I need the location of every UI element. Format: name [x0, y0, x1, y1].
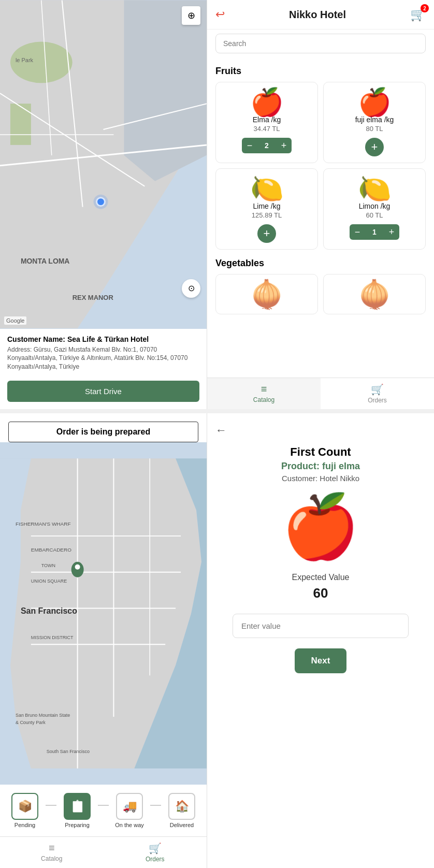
- limon-qty-value: 1: [365, 224, 384, 240]
- step-connector-2: [98, 805, 109, 806]
- product-onion1: 🧅: [215, 274, 318, 314]
- catalog-header: ↩ Nikko Hotel 🛒 2: [207, 0, 434, 30]
- elma-qty-control: − 2 +: [242, 138, 292, 153]
- limon-minus-btn[interactable]: −: [350, 224, 365, 240]
- elma-name: Elma /kg: [253, 115, 281, 124]
- order-status-steps: 📦 Pending 📋 Preparing 🚚 On the way: [0, 785, 207, 836]
- vegetables-grid: 🧅 🧅: [215, 274, 426, 314]
- lime-add-btn[interactable]: +: [257, 224, 276, 243]
- google-logo: Google: [4, 316, 26, 325]
- order-tracking-panel: Order is being prepared: [0, 413, 207, 868]
- expected-value-number: 60: [313, 585, 328, 601]
- svg-marker-3: [124, 1, 207, 181]
- limon-image: 🍋: [358, 175, 392, 202]
- step-ontheway: 🚚 On the way: [109, 793, 150, 828]
- product-fuji-elma: 🍎 fuji elma /kg 80 TL +: [323, 82, 426, 163]
- step-preparing-icon: 📋: [64, 793, 91, 820]
- step-pending-label: Pending: [15, 822, 35, 828]
- nav-catalog[interactable]: ≡ Catalog: [207, 378, 321, 409]
- customer-address: Address: Gürsu, Gazi Mustafa Kemal Blv. …: [7, 345, 199, 371]
- limon-qty-control: − 1 +: [350, 224, 399, 240]
- first-count-back-icon[interactable]: ←: [215, 424, 227, 437]
- map-view: MONTA LOMA REX MANOR le Park ⊕ ⊙ Google: [0, 0, 207, 329]
- catalog-tab-icon: ≡: [49, 842, 55, 854]
- cart-badge: 2: [421, 4, 429, 12]
- svg-text:San Bruno Mountain State: San Bruno Mountain State: [16, 713, 70, 718]
- order-map-view: FISHERMAN'S WHARF EMBARCADERO TOWN UNION…: [0, 442, 207, 785]
- hotel-title: Nikko Hotel: [289, 9, 346, 21]
- svg-point-37: [75, 565, 80, 570]
- limon-name: Limon /kg: [359, 202, 390, 210]
- step-pending-icon: 📦: [11, 793, 38, 820]
- product-onion2: 🧅: [323, 274, 426, 314]
- customer-name: Customer Name: Sea Life & Türkan Hotel: [7, 335, 199, 343]
- elma-qty-value: 2: [257, 138, 276, 153]
- fuji-elma-image: 🍎: [358, 89, 392, 115]
- svg-text:FISHERMAN'S WHARF: FISHERMAN'S WHARF: [16, 521, 71, 527]
- orders-tab-icon: 🛒: [149, 842, 162, 855]
- limon-plus-btn[interactable]: +: [384, 224, 399, 240]
- svg-text:le Park: le Park: [16, 57, 34, 63]
- customer-info: Customer Name: Sea Life & Türkan Hotel A…: [0, 329, 207, 381]
- first-count-title: First Count: [290, 445, 351, 459]
- svg-text:MISSION DISTRICT: MISSION DISTRICT: [31, 635, 74, 640]
- catalog-content: Fruits 🍎 Elma /kg 34.47 TL − 2 +: [207, 57, 434, 378]
- enter-value-input[interactable]: [233, 614, 409, 638]
- start-drive-button[interactable]: Start Drive: [7, 381, 199, 402]
- back-icon[interactable]: ↩: [215, 8, 225, 21]
- catalog-nav-icon: ≡: [261, 383, 267, 395]
- svg-text:South San Francisco: South San Francisco: [47, 749, 90, 754]
- step-preparing: 📋 Preparing: [56, 793, 98, 828]
- compass-button[interactable]: ⊙: [182, 279, 200, 298]
- fruits-grid: 🍎 Elma /kg 34.47 TL − 2 + 🍎 fuji elma /k…: [215, 82, 426, 250]
- svg-point-16: [94, 195, 108, 209]
- limon-price: 60 TL: [366, 211, 383, 219]
- first-count-product-image: 🍎: [282, 495, 359, 557]
- step-ontheway-icon: 🚚: [116, 793, 143, 820]
- svg-text:San Francisco: San Francisco: [21, 606, 77, 615]
- fuji-elma-name: fuji elma /kg: [355, 115, 394, 124]
- tab-catalog[interactable]: ≡ Catalog: [0, 837, 104, 868]
- svg-text:& County Park: & County Park: [16, 720, 46, 725]
- first-count-panel: ← First Count Product: fuji elma Custome…: [207, 413, 434, 868]
- nav-orders[interactable]: 🛒 Orders: [321, 378, 434, 409]
- orders-nav-label: Orders: [368, 397, 387, 404]
- svg-rect-5: [10, 104, 31, 145]
- orders-tab-label: Orders: [146, 856, 165, 863]
- svg-text:REX MANOR: REX MANOR: [73, 294, 114, 301]
- onion1-image: 🧅: [250, 281, 284, 308]
- step-delivered-label: Delivered: [170, 822, 194, 828]
- catalog-panel: ↩ Nikko Hotel 🛒 2 Fruits 🍎 Elma /kg 34.4…: [207, 0, 434, 409]
- step-delivered: 🏠 Delivered: [161, 793, 202, 828]
- tab-orders[interactable]: 🛒 Orders: [104, 837, 207, 868]
- svg-text:UNION SQUARE: UNION SQUARE: [31, 578, 67, 584]
- orders-nav-icon: 🛒: [371, 383, 384, 396]
- svg-text:TOWN: TOWN: [41, 563, 55, 568]
- step-connector-3: [150, 805, 161, 806]
- elma-minus-btn[interactable]: −: [242, 138, 257, 153]
- svg-point-36: [71, 562, 84, 577]
- lime-price: 125.89 TL: [252, 211, 282, 219]
- step-delivered-icon: 🏠: [168, 793, 195, 820]
- order-status-banner: Order is being prepared: [8, 422, 198, 442]
- location-button[interactable]: ⊕: [182, 6, 200, 25]
- cart-icon-wrapper[interactable]: 🛒 2: [410, 7, 426, 22]
- lime-image: 🍋: [250, 175, 284, 202]
- step-ontheway-label: On the way: [115, 822, 144, 828]
- svg-text:EMBARCADERO: EMBARCADERO: [31, 547, 71, 553]
- fuji-elma-add-btn[interactable]: +: [365, 138, 384, 156]
- svg-text:MONTA LOMA: MONTA LOMA: [21, 257, 70, 265]
- elma-image: 🍎: [250, 89, 284, 115]
- first-count-product-label: Product: fuji elma: [281, 461, 360, 472]
- step-connector-1: [46, 805, 56, 806]
- fuji-elma-price: 80 TL: [366, 125, 383, 133]
- vegetables-section-title: Vegetables: [215, 258, 426, 269]
- step-preparing-label: Preparing: [65, 822, 90, 828]
- catalog-tab-label: Catalog: [41, 855, 62, 862]
- product-limon: 🍋 Limon /kg 60 TL − 1 +: [323, 168, 426, 250]
- lime-name: Lime /kg: [253, 202, 281, 210]
- elma-plus-btn[interactable]: +: [276, 138, 292, 153]
- next-button[interactable]: Next: [295, 648, 346, 673]
- search-input[interactable]: [215, 34, 426, 53]
- elma-price: 34.47 TL: [253, 125, 280, 133]
